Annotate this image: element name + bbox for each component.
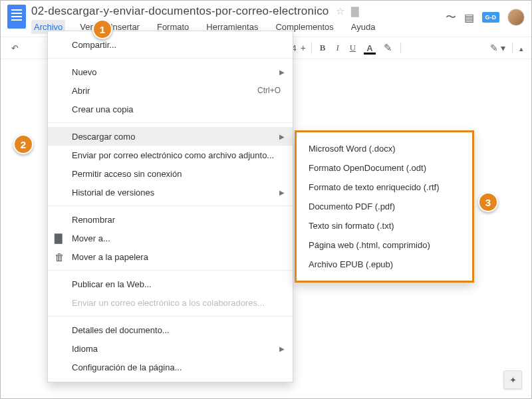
menu-item-enviar-correo[interactable]: Enviar por correo electrónico como archi… bbox=[48, 146, 293, 164]
menu-item-detalles[interactable]: Detalles del documento... bbox=[48, 321, 293, 339]
label: Publicar en la Web... bbox=[72, 279, 152, 289]
callout-2: 2 bbox=[13, 134, 33, 154]
menu-item-mover-papelera[interactable]: 🗑Mover a la papelera bbox=[48, 247, 293, 266]
callout-3: 3 bbox=[478, 192, 498, 212]
menu-item-crear-copia[interactable]: Crear una copia bbox=[48, 100, 293, 118]
label: Crear una copia bbox=[72, 104, 134, 114]
editing-mode-icon[interactable]: ✎ ▾ bbox=[490, 43, 505, 53]
italic-button[interactable]: I bbox=[334, 43, 342, 53]
highlight-button[interactable]: ✎ bbox=[381, 42, 395, 54]
star-icon[interactable]: ☆ bbox=[336, 5, 344, 17]
menu-item-compartir[interactable]: Compartir... bbox=[48, 35, 293, 54]
label: Descargar como bbox=[72, 132, 135, 142]
chevron-right-icon: ▶ bbox=[279, 345, 285, 352]
underline-button[interactable]: U bbox=[347, 43, 358, 53]
share-button[interactable]: G-D bbox=[482, 12, 500, 23]
shortcut: Ctrl+O bbox=[257, 86, 281, 95]
label: Historial de versiones bbox=[72, 188, 154, 198]
undo-button[interactable]: ↶ bbox=[9, 43, 21, 53]
label: Mover a la papelera bbox=[72, 252, 148, 262]
header: 02-descargar-y-enviar-documentos-por-cor… bbox=[1, 1, 531, 34]
menu-item-enviar-colaboradores: Enviar un correo electrónico a los colab… bbox=[48, 293, 293, 312]
font-size-increase-icon[interactable]: + bbox=[301, 43, 306, 53]
callout-1: 1 bbox=[92, 19, 112, 39]
divider bbox=[48, 316, 293, 317]
divider bbox=[48, 270, 293, 271]
label: Nuevo bbox=[72, 67, 97, 77]
trash-icon: 🗑 bbox=[55, 251, 65, 263]
label: Renombrar bbox=[72, 215, 115, 225]
menu-item-nuevo[interactable]: Nuevo▶ bbox=[48, 63, 293, 81]
submenu-item-odt[interactable]: Formato OpenDocument (.odt) bbox=[297, 158, 472, 178]
label: Detalles del documento... bbox=[72, 325, 170, 335]
label: Permitir acceso sin conexión bbox=[72, 169, 182, 179]
menu-item-permitir-offline[interactable]: Permitir acceso sin conexión bbox=[48, 164, 293, 183]
bold-button[interactable]: B bbox=[317, 43, 329, 53]
divider bbox=[48, 205, 293, 206]
menu-item-config-pagina[interactable]: Configuración de la página... bbox=[48, 358, 293, 376]
label: Idioma bbox=[72, 344, 98, 354]
avatar[interactable] bbox=[507, 9, 525, 26]
docs-logo-icon[interactable] bbox=[7, 5, 26, 29]
activity-icon[interactable]: 〜 bbox=[446, 11, 456, 25]
text-color-button[interactable]: A bbox=[364, 43, 375, 53]
folder-icon: ▇ bbox=[55, 232, 63, 244]
submenu-item-pdf[interactable]: Documento PDF (.pdf) bbox=[297, 197, 472, 216]
label: Enviar por correo electrónico como archi… bbox=[72, 150, 274, 160]
label: Enviar un correo electrónico a los colab… bbox=[72, 298, 265, 308]
divider bbox=[48, 122, 293, 123]
submenu-item-docx[interactable]: Microsoft Word (.docx) bbox=[297, 139, 472, 158]
menu-item-abrir[interactable]: AbrirCtrl+O bbox=[48, 81, 293, 100]
submenu-item-rtf[interactable]: Formato de texto enriquecido (.rtf) bbox=[297, 178, 472, 197]
menu-item-historial[interactable]: Historial de versiones▶ bbox=[48, 183, 293, 201]
chevron-right-icon: ▶ bbox=[279, 68, 285, 76]
label: Configuración de la página... bbox=[72, 362, 182, 372]
menu-item-descargar-como[interactable]: Descargar como▶ bbox=[48, 127, 293, 146]
header-actions: 〜 ▤ G-D bbox=[446, 5, 525, 26]
chevron-right-icon: ▶ bbox=[279, 189, 285, 196]
descargar-como-submenu: Microsoft Word (.docx) Formato OpenDocum… bbox=[295, 130, 474, 283]
explore-button[interactable]: ✦ bbox=[503, 370, 522, 389]
menu-item-publicar-web[interactable]: Publicar en la Web... bbox=[48, 275, 293, 293]
chevron-right-icon: ▶ bbox=[279, 133, 285, 140]
submenu-item-txt[interactable]: Texto sin formato (.txt) bbox=[297, 216, 472, 235]
submenu-item-html[interactable]: Página web (.html, comprimido) bbox=[297, 235, 472, 255]
archivo-menu: Compartir... Nuevo▶ AbrirCtrl+O Crear un… bbox=[47, 31, 293, 382]
divider bbox=[48, 58, 293, 59]
hide-menus-icon[interactable] bbox=[519, 43, 523, 53]
menu-item-mover-a[interactable]: ▇Mover a... bbox=[48, 229, 293, 247]
folder-icon[interactable]: ▇ bbox=[351, 5, 359, 17]
label: Mover a... bbox=[72, 233, 110, 243]
menu-item-idioma[interactable]: Idioma▶ bbox=[48, 339, 293, 358]
label: Compartir... bbox=[72, 40, 116, 50]
document-title[interactable]: 02-descargar-y-enviar-documentos-por-cor… bbox=[31, 5, 329, 18]
menu-item-renombrar[interactable]: Renombrar bbox=[48, 210, 293, 229]
menu-ayuda[interactable]: Ayuda bbox=[348, 20, 378, 34]
submenu-item-epub[interactable]: Archivo EPUB (.epub) bbox=[297, 255, 472, 274]
comments-icon[interactable]: ▤ bbox=[464, 11, 474, 24]
label: Abrir bbox=[72, 86, 90, 96]
